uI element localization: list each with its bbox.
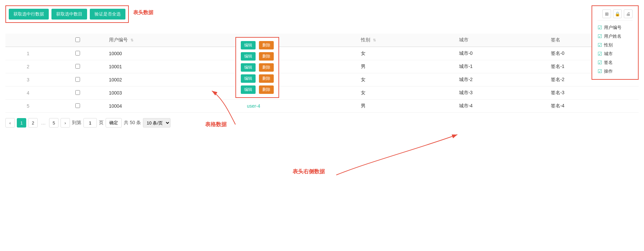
- col-settings-toolbar: ⊞ 🔒 🖨: [598, 9, 633, 21]
- page-ellipsis: …: [40, 120, 47, 126]
- cell-user-id: 10000: [105, 47, 243, 60]
- table-row: 2 10001 user-1 男 城市-1 签名-1: [5, 60, 639, 73]
- row-checkbox[interactable]: [75, 90, 80, 95]
- row-checkbox[interactable]: [75, 77, 80, 82]
- edit-btn-row-2[interactable]: 编辑: [241, 52, 256, 61]
- sort-user-id-icon[interactable]: ⇅: [130, 38, 134, 42]
- cell-user-id: 10002: [105, 73, 243, 86]
- row-checkbox[interactable]: [75, 64, 80, 69]
- cell-gender: 女: [357, 86, 455, 100]
- table-row: 3 10002 user-2 女 城市-2 签名-2: [5, 73, 639, 86]
- delete-btn-row-1[interactable]: 删除: [259, 41, 274, 49]
- sort-gender-icon[interactable]: ⇅: [373, 38, 376, 42]
- col-label-1: 用户姓名: [604, 33, 621, 39]
- col-gender-label: 性别: [361, 37, 370, 42]
- row-checkbox-cell[interactable]: [51, 100, 105, 113]
- toolbar: 获取选中行数据 获取选中数目 验证是否全选: [5, 5, 129, 23]
- page-5-btn[interactable]: 5: [49, 118, 59, 128]
- prev-page-btn[interactable]: ‹: [5, 118, 15, 128]
- column-settings-panel: ⊞ 🔒 🖨 ☑ 用户编号 ☑ 用户姓名 ☑ 性别 ☑ 城市 ☑ 签名 ☑ 操作: [592, 5, 639, 80]
- per-page-select[interactable]: 10 条/页 20 条/页 50 条/页: [143, 118, 171, 128]
- delete-btn-row-3[interactable]: 删除: [259, 63, 274, 72]
- goto-input[interactable]: [83, 118, 97, 128]
- cell-user-id: 10003: [105, 86, 243, 100]
- select-all-checkbox[interactable]: [75, 37, 80, 42]
- action-row: 编辑 删除: [241, 52, 274, 61]
- page-label: 页: [99, 120, 104, 126]
- col-label-4: 签名: [604, 60, 613, 66]
- col-checkbox-header[interactable]: [51, 34, 105, 47]
- action-row: 编辑 删除: [241, 41, 274, 49]
- cell-gender: 男: [357, 60, 455, 73]
- col-check-icon-1[interactable]: ☑: [598, 33, 602, 39]
- row-checkbox-cell[interactable]: [51, 47, 105, 60]
- annotation-header: 表头数据: [133, 9, 153, 16]
- row-checkbox[interactable]: [75, 103, 80, 108]
- col-setting-item-0: ☑ 用户编号: [598, 23, 633, 32]
- col-index-header: [5, 34, 51, 47]
- cell-gender: 男: [357, 100, 455, 113]
- annotation-table: 表格数据: [205, 121, 227, 128]
- col-check-icon-4[interactable]: ☑: [598, 60, 602, 66]
- delete-btn-row-5[interactable]: 删除: [259, 85, 274, 94]
- action-row: 编辑 删除: [241, 85, 274, 94]
- page-1-btn[interactable]: 1: [17, 118, 26, 128]
- col-label-3: 城市: [604, 51, 613, 57]
- cell-city: 城市-3: [455, 86, 547, 100]
- col-label-2: 性别: [604, 42, 613, 48]
- delete-btn-row-4[interactable]: 删除: [259, 74, 274, 83]
- col-tool-lock-btn[interactable]: 🔒: [613, 9, 622, 18]
- edit-btn-row-1[interactable]: 编辑: [241, 41, 256, 49]
- cell-city: 城市-1: [455, 60, 547, 73]
- col-gender-header: 性别 ⇅: [357, 34, 455, 47]
- edit-btn-row-3[interactable]: 编辑: [241, 63, 256, 72]
- confirm-btn[interactable]: 确定: [106, 118, 122, 128]
- get-selected-row-btn[interactable]: 获取选中行数据: [9, 9, 49, 20]
- edit-btn-row-5[interactable]: 编辑: [241, 85, 256, 94]
- delete-btn-row-2[interactable]: 删除: [259, 52, 274, 61]
- row-checkbox-cell[interactable]: [51, 60, 105, 73]
- row-index: 3: [5, 73, 51, 86]
- col-check-icon-0[interactable]: ☑: [598, 25, 602, 31]
- row-index: 5: [5, 100, 51, 113]
- table-row: 5 10004 user-4 男 城市-4 签名-4: [5, 100, 639, 113]
- row-index: 2: [5, 60, 51, 73]
- col-setting-item-4: ☑ 签名: [598, 58, 633, 67]
- col-check-icon-5[interactable]: ☑: [598, 68, 602, 74]
- cell-signature: 签名-4: [547, 100, 639, 113]
- pagination: ‹ 1 2 … 5 › 到第 页 确定 共 50 条 10 条/页 20 条/页…: [5, 118, 639, 128]
- col-setting-item-2: ☑ 性别: [598, 41, 633, 49]
- cell-username[interactable]: user-4: [243, 100, 357, 113]
- cell-city: 城市-2: [455, 73, 547, 86]
- col-setting-item-3: ☑ 城市: [598, 49, 633, 58]
- col-label-0: 用户编号: [604, 25, 621, 31]
- col-label-5: 操作: [604, 68, 613, 74]
- action-row: 编辑 删除: [241, 63, 274, 72]
- row-checkbox-cell[interactable]: [51, 86, 105, 100]
- cell-user-id: 10004: [105, 100, 243, 113]
- table-wrapper: 用户编号 ⇅ 用户姓名 性别 ⇅ 城市 签名: [5, 34, 639, 113]
- col-signature-label: 签名: [551, 37, 560, 42]
- cell-city: 城市-0: [455, 47, 547, 60]
- action-buttons-panel: 编辑 删除 编辑 删除 编辑 删除 编辑 删除 编辑 删除: [235, 37, 279, 98]
- row-index: 4: [5, 86, 51, 100]
- col-tool-grid-btn[interactable]: ⊞: [602, 9, 611, 18]
- page-2-btn[interactable]: 2: [28, 118, 38, 128]
- annotation-right-text: 表头右侧数据: [293, 169, 325, 174]
- action-row: 编辑 删除: [241, 74, 274, 83]
- row-index: 1: [5, 47, 51, 60]
- data-table: 用户编号 ⇅ 用户姓名 性别 ⇅ 城市 签名: [5, 34, 639, 113]
- edit-btn-row-4[interactable]: 编辑: [241, 74, 256, 83]
- col-check-icon-3[interactable]: ☑: [598, 51, 602, 57]
- row-checkbox-cell[interactable]: [51, 73, 105, 86]
- verify-all-selected-btn[interactable]: 验证是否全选: [90, 9, 125, 20]
- table-row: 1 10000 user-0 女 城市-0 签名-0: [5, 47, 639, 60]
- cell-user-id: 10001: [105, 60, 243, 73]
- col-tool-print-btn[interactable]: 🖨: [624, 9, 633, 18]
- col-check-icon-2[interactable]: ☑: [598, 42, 602, 48]
- next-page-btn[interactable]: ›: [61, 118, 70, 128]
- row-checkbox[interactable]: [75, 51, 80, 56]
- col-city-header: 城市: [455, 34, 547, 47]
- cell-signature: 签名-3: [547, 86, 639, 100]
- get-selected-count-btn[interactable]: 获取选中数目: [51, 9, 87, 20]
